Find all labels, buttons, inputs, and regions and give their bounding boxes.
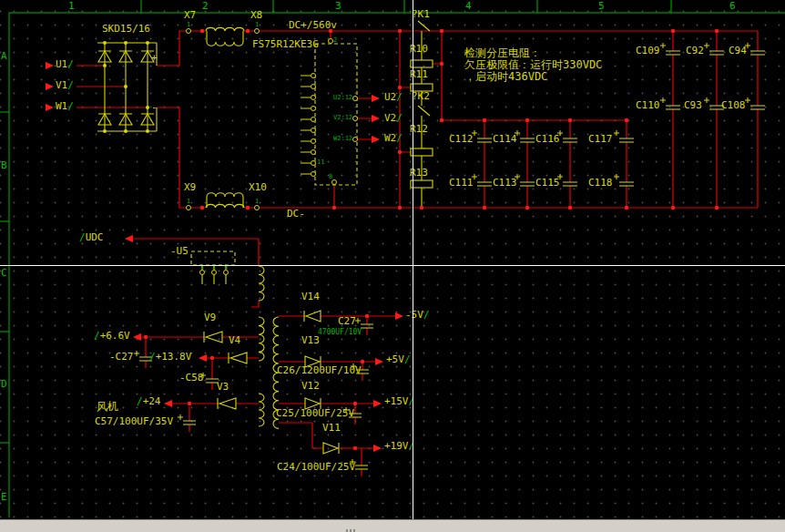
port-v2[interactable]: V2/ — [384, 113, 403, 123]
ref-c58[interactable]: -C58 — [179, 373, 204, 383]
ref-c27-left[interactable]: -C27 — [109, 352, 134, 362]
port-24v[interactable]: /+24 — [137, 396, 161, 406]
ref-c92[interactable]: C92 — [686, 46, 704, 56]
net-dc-plus[interactable]: DC+/560v — [289, 20, 337, 30]
ref-k1[interactable]: ?K1 — [412, 9, 430, 19]
ref-c118[interactable]: C118 — [588, 178, 613, 188]
pin-x9[interactable]: 1 — [187, 199, 190, 205]
zone-letter: B — [1, 160, 7, 170]
wire-dc-minus — [157, 107, 758, 208]
scrollbar-grip-icon[interactable] — [346, 523, 361, 530]
arrow-right-icon — [372, 115, 380, 122]
ref-v3[interactable]: V3 — [217, 382, 229, 392]
val-c27[interactable]: 4700UF/10V — [318, 329, 362, 336]
zone-letter: A — [1, 51, 7, 61]
pin-11[interactable]: 11 — [317, 159, 324, 166]
pin-u2[interactable]: U2:12 — [333, 95, 352, 101]
pin-x10[interactable]: 1 — [255, 199, 259, 205]
pin-w2[interactable]: W2:12 — [333, 136, 352, 142]
capacitor-plates[interactable] — [139, 51, 765, 469]
pin-8[interactable]: 8 — [329, 174, 332, 180]
terminals[interactable] — [187, 29, 358, 275]
port-w2[interactable]: W2/ — [384, 133, 403, 143]
ref-c110[interactable]: C110 — [636, 100, 660, 110]
port-6v6[interactable]: /+6.6V — [94, 331, 130, 341]
diode-v9-icon — [204, 332, 222, 343]
ref-v14[interactable]: V14 — [301, 292, 320, 302]
ref-x7[interactable]: X7 — [184, 10, 196, 20]
ref-v9[interactable]: V9 — [204, 312, 216, 322]
wire-capbank-right — [673, 31, 758, 208]
zone-number: 6 — [729, 1, 736, 11]
ref-c108[interactable]: C108 — [721, 100, 746, 110]
note-line3[interactable]: ，启动时436VDC — [464, 71, 547, 82]
ref-x9[interactable]: X9 — [184, 182, 196, 192]
zone-number: 5 — [598, 1, 605, 11]
zone-number: 1 — [68, 1, 75, 11]
port-u2[interactable]: U2/ — [384, 92, 403, 102]
ref-v11[interactable]: V11 — [322, 423, 341, 433]
ref-c111[interactable]: C111 — [449, 178, 474, 188]
port-v1[interactable]: V1/ — [56, 80, 74, 90]
k2-contact-icon — [418, 106, 430, 116]
ref-k2[interactable]: ?K2 — [412, 91, 430, 101]
port-w1[interactable]: W1/ — [56, 101, 74, 111]
schematic-canvas[interactable]: 1 2 3 4 5 6 A B C D E U1/V1/W1/SKD15/16X… — [0, 0, 785, 519]
ref-c57[interactable]: C57/100UF/35V — [95, 416, 173, 426]
ref-c112[interactable]: C112 — [449, 134, 474, 144]
ref-c113[interactable]: C113 — [493, 178, 517, 188]
pin-v2[interactable]: V2:12 — [333, 115, 352, 121]
ref-c26[interactable]: C26/1200UF/10V — [277, 365, 362, 375]
arrow-right-icon — [46, 62, 54, 69]
wire-divider-chain — [400, 31, 442, 208]
ref-c109[interactable]: C109 — [636, 46, 660, 56]
components[interactable] — [97, 21, 765, 469]
terminal-x9 — [187, 206, 191, 210]
ref-c116[interactable]: C116 — [535, 134, 560, 144]
ref-v13[interactable]: V13 — [301, 335, 320, 345]
port-13v8[interactable]: /+13.8V — [149, 352, 191, 362]
smps-transformer[interactable] — [259, 266, 279, 428]
emi-choke-bottom[interactable] — [206, 193, 244, 208]
ref-c94[interactable]: C94 — [729, 46, 747, 56]
horizontal-scrollbar[interactable] — [0, 519, 785, 532]
pin-x7[interactable]: 1 — [187, 22, 190, 28]
bridge-plus[interactable]: + — [151, 53, 158, 63]
port-u1[interactable]: U1/ — [56, 59, 74, 69]
ref-c115[interactable]: C115 — [535, 178, 560, 188]
net-dc-minus[interactable]: DC- — [287, 209, 305, 219]
port-udc[interactable]: /UDC — [79, 232, 104, 242]
arrow-right-icon — [372, 95, 380, 102]
pin-x8[interactable]: 1 — [255, 22, 259, 28]
label-fan[interactable]: 风机 — [97, 401, 118, 412]
ref-c25[interactable]: C25/100UF/25V — [276, 408, 354, 418]
port-19v[interactable]: +19V/ — [384, 441, 414, 451]
ref-x10[interactable]: X10 — [249, 182, 267, 192]
ref-v4[interactable]: V4 — [229, 335, 240, 345]
pin-2[interactable]: 2 — [333, 37, 337, 44]
arrow-left-icon — [125, 235, 133, 242]
ref-v12[interactable]: V12 — [301, 381, 320, 391]
ref-c93[interactable]: C93 — [684, 100, 702, 110]
port-15v[interactable]: +15V/ — [384, 396, 414, 406]
ref-c27-right[interactable]: C27 — [338, 316, 356, 326]
ref-c24[interactable]: C24/100UF/25V — [277, 462, 355, 472]
port-5v[interactable]: +5V/ — [386, 354, 411, 364]
ref-igbt[interactable]: FS75R12KE3G — [252, 39, 319, 49]
port-neg5v[interactable]: -5V/ — [405, 310, 430, 320]
emi-choke-top[interactable] — [206, 27, 244, 46]
ref-c117[interactable]: C117 — [588, 134, 613, 144]
bridge-minus[interactable]: - — [151, 102, 158, 112]
arrow-right-icon — [372, 136, 380, 143]
zone-letter: E — [1, 492, 7, 502]
wire-dc-plus — [157, 31, 758, 66]
terminal-x7 — [187, 29, 191, 34]
arrow-right-icon — [46, 104, 54, 111]
ref-x8[interactable]: X8 — [250, 10, 262, 20]
ref-u5[interactable]: -U5 — [170, 246, 189, 256]
ref-c114[interactable]: C114 — [493, 134, 517, 144]
ref-bridge[interactable]: SKD15/16 — [102, 24, 150, 34]
note-line2[interactable]: 欠压极限值：运行时330VDC — [464, 59, 602, 70]
note-line1[interactable]: 检测分压电阻： — [464, 47, 541, 58]
arrow-left-icon — [133, 333, 141, 341]
